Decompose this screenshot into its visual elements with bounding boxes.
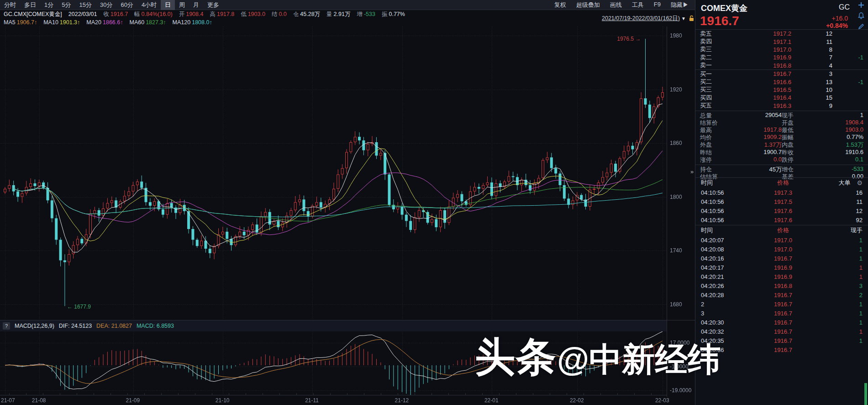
table-row: 04:20:261916.83 [695, 281, 868, 290]
tab-分时[interactable]: 分时 [0, 0, 20, 10]
tab-1分[interactable]: 1分 [40, 0, 58, 10]
date-range-selector[interactable]: 2021/07/19-2022/03/01(162日) [602, 15, 680, 22]
order-book-row[interactable]: 卖一1916.84 [695, 62, 868, 69]
cell-qty: 1 [815, 255, 863, 262]
change-percent: +0.84% [826, 22, 848, 29]
quote-field-label: 开 [179, 11, 185, 17]
table-row: 31916.71 [695, 309, 868, 318]
quote-field-振: 振0.77% [382, 11, 405, 18]
quote-field-value: 0.84%(16.0) [142, 11, 173, 17]
toolbar-item-工具[interactable]: 工具 [632, 1, 644, 9]
cell-qty: 2 [815, 292, 863, 298]
ob-qty: 4 [791, 62, 832, 69]
order-book-row[interactable]: 买一1916.73 [695, 70, 868, 78]
quote-field-高: 高1917.8 [210, 11, 234, 18]
toolbar-item-隐藏[interactable]: 隐藏▶ [671, 1, 689, 9]
quote-field-仓: 仓45.28万 [293, 11, 320, 18]
ob-level-label: 卖五 [700, 30, 723, 38]
order-book-row[interactable]: 买五1916.39 [695, 102, 868, 110]
ma-item-MA5: MA51906.7↑ [4, 19, 37, 26]
tab-15分[interactable]: 15分 [75, 0, 95, 10]
order-book-row[interactable]: 买四1916.415 [695, 94, 868, 101]
ma-item-MA20: MA201866.6↑ [86, 19, 123, 26]
ob-level-label: 卖三 [700, 45, 723, 53]
tab-月[interactable]: 月 [189, 0, 203, 10]
symbol-label: GC.CMX[COMEX黄金] [4, 11, 62, 18]
ob-price: 1917.2 [723, 30, 791, 37]
help-icon[interactable]: ? [3, 322, 10, 330]
cell-qty: 1 [815, 310, 863, 317]
table-row: 21916.71 [695, 299, 868, 309]
ob-qty: 3 [791, 70, 832, 77]
table-row: 04:20:361916.7 [695, 345, 868, 354]
cell-price: 1917.0 [751, 246, 815, 253]
tab-30分[interactable]: 30分 [96, 0, 116, 10]
order-book-row[interactable]: 卖五1917.212 [695, 30, 868, 37]
cell-price: 1917.6 [751, 208, 815, 214]
quote-field-value: 1908.4 [186, 11, 203, 17]
cell-qty: 12 [815, 208, 863, 214]
cell-qty: 1 [815, 328, 863, 335]
stats-grid: 总量29054现手1结算价开盘1908.4最高1917.8最低1903.0均价1… [695, 111, 868, 181]
toolbar-item-超级叠加[interactable]: 超级叠加 [576, 1, 600, 9]
price-chart-canvas[interactable] [0, 27, 695, 405]
ob-qty: 15 [791, 94, 832, 101]
table-row: 04:20:081917.01 [695, 245, 868, 254]
cell-price: 1916.7 [751, 337, 815, 344]
order-book-row[interactable]: 买三1916.510 [695, 86, 868, 94]
ob-qty: 9 [791, 102, 832, 109]
cell-price: 1916.7 [751, 301, 815, 308]
order-book-row[interactable]: 卖四1917.111 [695, 37, 868, 45]
toolbar-item-复权[interactable]: 复权 [554, 1, 566, 9]
macd-legend-row: ? MACD(12,26,9) DIF: 24.5123 DEA: 21.082… [0, 320, 667, 331]
panel-collapse-icon[interactable]: » [690, 168, 694, 175]
cell-price: 1917.3 [751, 189, 815, 196]
chevron-down-icon[interactable]: ▼ [681, 16, 686, 21]
tab-5分[interactable]: 5分 [58, 0, 75, 10]
cell-qty: 16 [815, 189, 863, 196]
date-label: 2022/03/01 [68, 11, 97, 17]
tab-4小时[interactable]: 4小时 [137, 0, 161, 10]
gear-icon[interactable]: ⚙ [857, 179, 863, 187]
table-row: 04:10:561917.692 [695, 215, 868, 224]
table-row: 04:10:561917.316 [695, 188, 868, 197]
cell-price: 1917.0 [751, 237, 815, 244]
range-row: 2021/07/19-2022/03/01(162日) ▼ [602, 14, 694, 22]
order-book: 卖五1917.212卖四1917.111卖三1917.08卖二1916.97-1… [695, 29, 868, 110]
table-row: 04:20:281916.72 [695, 290, 868, 299]
pencil-icon[interactable] [858, 23, 864, 30]
col-time: 时间 [701, 179, 751, 187]
cell-price: 1916.7 [751, 319, 815, 326]
cell-time: 04:20:17 [701, 264, 751, 271]
extreme-label-1976.5: 1976.5 → [617, 36, 641, 42]
quote-field-低: 低1903.0 [241, 11, 265, 18]
ma-legend-row: MA51906.7↑MA101901.3↑MA201866.6↑MA601827… [0, 18, 502, 27]
tab-60分[interactable]: 60分 [116, 0, 137, 10]
toolbar-item-F9[interactable]: F9 [654, 1, 661, 9]
unlock-icon[interactable] [689, 15, 694, 21]
ob-delta: -1 [832, 79, 863, 85]
table-row: 04:20:351916.71 [695, 336, 868, 345]
tab-更多[interactable]: 更多 [203, 0, 223, 10]
order-book-row[interactable]: 卖三1917.08 [695, 46, 868, 53]
order-book-row[interactable]: 买二1916.613-1 [695, 78, 868, 85]
cell-time: 04:20:07 [701, 237, 751, 244]
scrollbar-thumb[interactable] [864, 383, 867, 405]
add-icon[interactable] [858, 2, 864, 8]
price-change: +16.0 +0.84% [826, 15, 848, 29]
bell-icon[interactable] [858, 12, 864, 19]
stats-row: 均价1909.2振幅0.77% [695, 134, 868, 141]
toolbar-item-画线[interactable]: 画线 [610, 1, 622, 9]
tab-多日[interactable]: 多日 [20, 0, 40, 10]
tab-周[interactable]: 周 [175, 0, 189, 10]
table-header: 时间价格现手 [695, 225, 868, 235]
order-book-row[interactable]: 卖二1916.97-1 [695, 53, 868, 61]
ob-level-label: 买二 [700, 78, 723, 86]
tab-日[interactable]: 日 [161, 0, 175, 10]
ma-item-MA120: MA1201808.0↑ [173, 19, 212, 26]
stats-row: 涨停0.0跌停0.1 [695, 156, 868, 164]
stats-row: 结算价开盘1908.4 [695, 119, 868, 127]
ma-value: 1808.0↑ [192, 19, 212, 26]
macd-dea-value: DEA: 21.0827 [96, 323, 132, 329]
period-tabbar: 分时多日1分5分15分30分60分4小时日周月更多 复权超级叠加画线工具F9隐藏… [0, 0, 695, 10]
